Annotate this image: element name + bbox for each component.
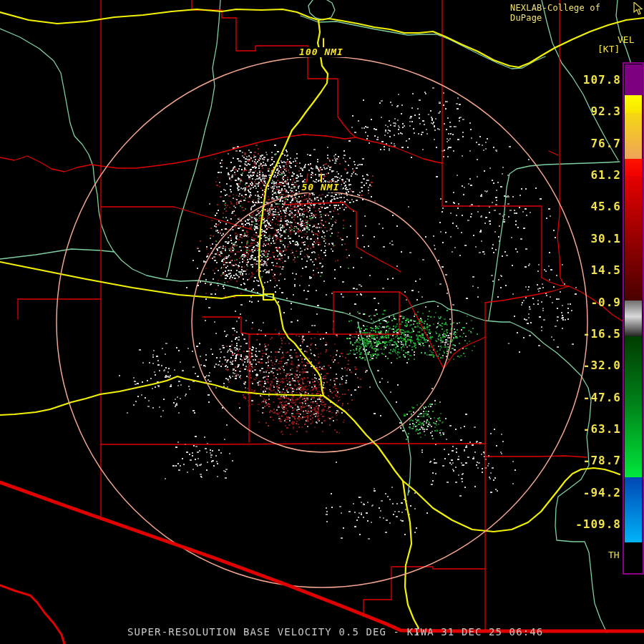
colorbar-axis-label: VEL: [618, 35, 634, 45]
colorbar-segment: [625, 404, 642, 477]
colorbar-tick-label: -109.8: [571, 518, 621, 530]
colorbar-segment: [625, 64, 642, 95]
colorbar-tick-label: 76.7: [571, 137, 621, 150]
colorbar-tick-label: -47.6: [571, 391, 621, 404]
colorbar-segment: [625, 159, 642, 176]
site-header: NEXLAB-College of DuPage: [510, 3, 644, 23]
range-ring-label-100nmi: 100 NMI: [298, 47, 345, 57]
range-ring-label-50nmi: 50 NMI: [301, 182, 341, 192]
colorbar-tick-label: 45.6: [571, 200, 621, 213]
colorbar-tick-label: -94.2: [571, 487, 621, 499]
colorbar-tick-label: -63.1: [571, 423, 621, 435]
colorbar-segment: [625, 176, 642, 301]
colorbar-tick-label: 30.1: [571, 233, 621, 245]
colorbar-segment: [625, 477, 642, 542]
radar-map-display[interactable]: [0, 0, 644, 644]
colorbar-threshold-label: TH: [608, 550, 620, 560]
colorbar-tick-label: 92.3: [571, 105, 621, 117]
colorbar-segment: [625, 317, 642, 336]
colorbar-tick-label: -0.9: [571, 296, 621, 308]
colorbar-tick-label: 61.2: [571, 169, 621, 181]
colorbar-tick-label: 107.8: [571, 74, 621, 86]
colorbar-tick-label: -16.5: [571, 328, 621, 340]
mouse-cursor-icon: [633, 2, 644, 19]
page-title: NEXLAB-College of DuPage: [510, 3, 631, 23]
colorbar-tick-label: 14.5: [571, 264, 621, 276]
colorbar-tick-label: -78.7: [571, 454, 621, 467]
colorbar-segment: [625, 113, 642, 159]
colorbar-segment: [625, 301, 642, 317]
product-caption: SUPER-RESOLUTION BASE VELOCITY 0.5 DEG -…: [127, 627, 543, 638]
colorbar-unit-label: [KT]: [597, 44, 620, 54]
colorbar-tick-label: -32.0: [571, 359, 621, 371]
colorbar-segment: [625, 336, 642, 404]
colorbar-segment: [625, 95, 642, 113]
